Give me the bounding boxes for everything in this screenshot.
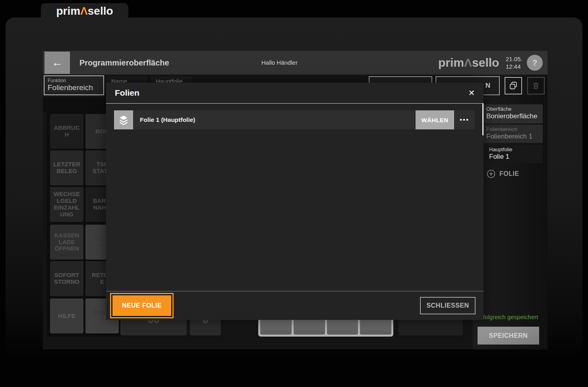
key-hilfe[interactable]: HILFE bbox=[50, 298, 83, 333]
question-icon: ? bbox=[532, 58, 537, 67]
logo-caret-icon: Λ bbox=[464, 56, 472, 69]
funktion-value: Folienbereich bbox=[48, 83, 103, 92]
help-button[interactable]: ? bbox=[527, 55, 543, 71]
modal-footer: NEUE FOLIE SCHLIESSEN bbox=[106, 291, 484, 320]
ellipsis-icon: ••• bbox=[460, 116, 469, 124]
add-folie-label: FOLIE bbox=[499, 170, 519, 177]
folie-list-item[interactable]: Folie 1 (Hauptfolie) WÄHLEN ••• bbox=[114, 110, 475, 129]
folien-modal: Folien ✕ Folie 1 (Hauptfolie) WÄHLEN bbox=[106, 83, 484, 320]
duplicate-button[interactable] bbox=[505, 77, 522, 94]
funktion-field[interactable]: Funktion Folienbereich bbox=[44, 75, 104, 95]
more-options-button[interactable]: ••• bbox=[454, 110, 475, 129]
logo-caret-icon: Λ bbox=[80, 5, 88, 17]
modal-title: Folien bbox=[106, 83, 484, 103]
greeting-text: Hallo Händler bbox=[261, 51, 298, 75]
folienbereich-label: Folienbereich bbox=[486, 126, 543, 132]
oberflaeche-value: Bonieroberfläche bbox=[486, 112, 543, 120]
schliessen-button[interactable]: SCHLIESSEN bbox=[420, 297, 476, 314]
header-bar: ← Programmieroberfläche Hallo Händler pr… bbox=[43, 51, 547, 75]
header-logo: primΛsello bbox=[438, 51, 499, 75]
sidebar-item-folienbereich[interactable]: Folienbereich Folienbereich 1 bbox=[483, 125, 543, 143]
folie-item-label: Folie 1 (Hauptfolie) bbox=[140, 116, 195, 123]
copy-icon bbox=[509, 81, 518, 90]
page-title: Programmieroberfläche bbox=[79, 51, 169, 75]
neue-folie-highlight-ring: NEUE FOLIE bbox=[110, 293, 174, 318]
back-arrow-icon: ← bbox=[52, 56, 63, 69]
modal-close-button[interactable]: ✕ bbox=[463, 83, 480, 103]
modal-header: Folien ✕ bbox=[106, 83, 484, 103]
folienbereich-value: Folienbereich 1 bbox=[486, 133, 543, 141]
logo-suffix: sello bbox=[472, 56, 499, 69]
logo-prefix: prim bbox=[438, 56, 464, 69]
funktion-label: Funktion bbox=[48, 78, 103, 83]
hauptfolie-value: Folie 1 bbox=[489, 153, 543, 161]
key-sofort-storno[interactable]: SOFORT STORNO bbox=[50, 261, 83, 296]
scrollbar-thumb[interactable] bbox=[482, 104, 484, 135]
date-text: 21.05. bbox=[506, 55, 522, 63]
layers-iconbox bbox=[114, 110, 133, 129]
sidebar-item-oberflaeche[interactable]: Oberfläche Bonieroberfläche bbox=[483, 104, 543, 123]
app-screen: ← Programmieroberfläche Hallo Händler pr… bbox=[43, 51, 547, 349]
logo-suffix: sello bbox=[88, 5, 113, 17]
screen: primΛsello ← Programmieroberfläche Hallo… bbox=[0, 0, 588, 387]
key-letzter-beleg[interactable]: LETZTER BELEG bbox=[50, 150, 83, 185]
sidebar-panel bbox=[473, 51, 547, 349]
waehlen-button[interactable]: WÄHLEN bbox=[416, 110, 454, 129]
key-abbruch[interactable]: ABBRUC H bbox=[50, 114, 83, 149]
add-icon bbox=[487, 169, 495, 178]
neue-folie-button[interactable]: NEUE FOLIE bbox=[112, 295, 171, 316]
back-button[interactable]: ← bbox=[44, 52, 70, 74]
key-wechselgeld-einzahlung[interactable]: WECHSE LGELD EINZAHL UNG bbox=[50, 187, 83, 222]
time-text: 12:44 bbox=[506, 63, 522, 70]
sidebar-item-hauptfolie[interactable]: Hauptfolie Folie 1 bbox=[486, 145, 543, 163]
datetime: 21.05. 12:44 bbox=[506, 55, 522, 70]
modal-separator bbox=[106, 103, 484, 104]
speichern-button[interactable]: SPEICHERN bbox=[478, 327, 539, 345]
trash-icon bbox=[532, 81, 540, 90]
close-icon: ✕ bbox=[468, 88, 475, 98]
logo-prefix: prim bbox=[56, 5, 80, 17]
add-folie-button[interactable]: FOLIE bbox=[487, 168, 519, 179]
key-kassenlade-oeffnen[interactable]: KASSEN LADE ÖFFNEN bbox=[50, 225, 83, 260]
delete-button[interactable] bbox=[527, 77, 545, 94]
layers-icon bbox=[118, 115, 129, 125]
app-logo-tab: primΛsello bbox=[41, 3, 128, 19]
hauptfolie-label: Hauptfolie bbox=[489, 146, 543, 152]
save-status-text: folgreich gespeichert bbox=[483, 314, 538, 320]
primasello-logo: primΛsello bbox=[56, 5, 113, 17]
oberflaeche-label: Oberfläche bbox=[486, 106, 543, 112]
